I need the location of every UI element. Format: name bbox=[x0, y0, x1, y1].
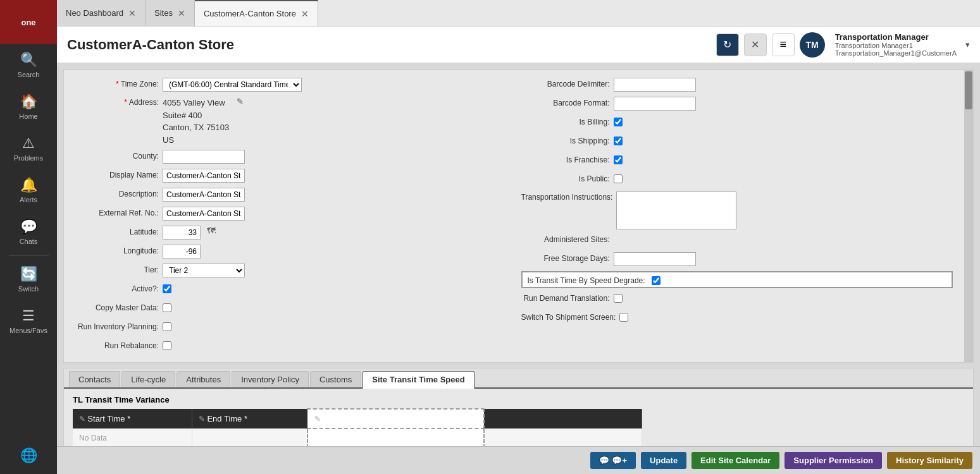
external-ref-input[interactable] bbox=[163, 207, 245, 221]
sidebar-item-chats[interactable]: 💬 Chats bbox=[0, 211, 57, 253]
tab-close-neo-dashboard[interactable]: ✕ bbox=[128, 9, 136, 18]
sidebar-label-problems: Problems bbox=[14, 154, 43, 162]
longitude-label: Longitude: bbox=[70, 245, 159, 255]
chat-button[interactable]: 💬 💬+ bbox=[590, 452, 636, 469]
is-franchise-checkbox[interactable] bbox=[614, 155, 623, 164]
close-button[interactable]: ✕ bbox=[744, 33, 767, 56]
tl-table: ✎ Start Time * ✎ End Time * ✎ Speed Degr… bbox=[73, 408, 642, 446]
barcode-format-label: Barcode Format: bbox=[521, 97, 610, 107]
sidebar: one 🔍 Search 🏠 Home ⚠ Problems 🔔 Alerts … bbox=[0, 0, 57, 474]
active-row: Active?: bbox=[70, 283, 502, 298]
is-shipping-checkbox[interactable] bbox=[614, 137, 623, 145]
edit-col-icon-end[interactable]: ✎ bbox=[199, 415, 205, 423]
is-franchise-row: Is Franchise: bbox=[521, 154, 953, 169]
barcode-format-row: Barcode Format: bbox=[521, 97, 953, 112]
is-billing-row: Is Billing: bbox=[521, 116, 953, 131]
active-checkbox[interactable] bbox=[163, 284, 171, 293]
tab-customs[interactable]: Customs bbox=[310, 371, 361, 387]
description-input[interactable] bbox=[163, 188, 245, 202]
user-role-title: Transportation Manager bbox=[835, 32, 957, 42]
description-label: Description: bbox=[70, 188, 159, 198]
user-dropdown-arrow[interactable]: ▾ bbox=[965, 40, 970, 49]
barcode-delimiter-input[interactable] bbox=[614, 78, 696, 92]
edit-col-icon-speed[interactable]: ✎ bbox=[314, 415, 321, 423]
switch-shipment-checkbox[interactable] bbox=[619, 313, 628, 322]
latitude-row: Latitude: 🗺 bbox=[70, 226, 502, 241]
free-storage-input[interactable] bbox=[614, 252, 696, 266]
table-header-row: ✎ Start Time * ✎ End Time * ✎ Speed Degr… bbox=[73, 409, 642, 428]
sidebar-item-alerts[interactable]: 🔔 Alerts bbox=[0, 169, 57, 211]
tl-transit-section: TL Transit Time Variance ✎ Start Time * … bbox=[64, 389, 973, 446]
sidebar-label-menus: Menus/Favs bbox=[9, 327, 47, 334]
menu-button[interactable]: ≡ bbox=[772, 33, 795, 56]
run-inventory-checkbox[interactable] bbox=[163, 322, 171, 331]
tab-close-customera[interactable]: ✕ bbox=[301, 9, 309, 18]
edit-calendar-button[interactable]: Edit Site Calendar bbox=[692, 452, 779, 469]
administered-sites-row: Administered Sites: bbox=[521, 233, 953, 248]
col-header-start-time: ✎ Start Time * bbox=[73, 409, 192, 428]
is-billing-checkbox[interactable] bbox=[614, 118, 623, 126]
is-public-row: Is Public: bbox=[521, 173, 953, 188]
tab-sites[interactable]: Sites ✕ bbox=[146, 0, 195, 26]
tier-label: Tier: bbox=[70, 264, 159, 274]
run-rebalance-checkbox[interactable] bbox=[163, 341, 171, 350]
sidebar-label-alerts: Alerts bbox=[20, 196, 37, 204]
run-demand-checkbox[interactable] bbox=[614, 294, 623, 303]
tab-customera-canton[interactable]: CustomerA-Canton Store ✕ bbox=[195, 0, 318, 26]
tab-close-sites[interactable]: ✕ bbox=[178, 9, 185, 18]
is-billing-label: Is Billing: bbox=[521, 116, 610, 126]
tab-neo-dashboard[interactable]: Neo Dashboard ✕ bbox=[57, 0, 146, 26]
sidebar-item-menus[interactable]: ☰ Menus/Favs bbox=[0, 300, 57, 342]
sidebar-item-globe[interactable]: 🌐 bbox=[0, 440, 57, 474]
longitude-input[interactable] bbox=[163, 245, 201, 258]
problems-icon: ⚠ bbox=[22, 135, 35, 152]
copy-master-checkbox[interactable] bbox=[163, 303, 171, 312]
user-role: Transportation Manager1 bbox=[835, 42, 957, 49]
run-demand-label: Run Demand Translation: bbox=[521, 292, 610, 303]
time-zone-select[interactable]: (GMT-06:00) Central Standard Time (Ameri… bbox=[163, 78, 302, 92]
external-ref-row: External Ref. No.: bbox=[70, 207, 502, 222]
menus-icon: ☰ bbox=[22, 308, 35, 324]
map-icon[interactable]: 🗺 bbox=[207, 226, 216, 236]
sidebar-divider bbox=[9, 255, 49, 256]
tab-inventory-policy[interactable]: Inventory Policy bbox=[232, 371, 309, 387]
tab-lifecycle[interactable]: Life-cycle bbox=[121, 371, 175, 387]
display-name-input[interactable] bbox=[163, 169, 245, 183]
sidebar-item-search[interactable]: 🔍 Search bbox=[0, 44, 57, 86]
transport-instructions-textarea[interactable] bbox=[616, 191, 736, 229]
chat-icon: 💬 bbox=[599, 456, 609, 465]
switch-shipment-label: Switch To Shipment Screen: bbox=[521, 311, 616, 322]
supplier-permission-button[interactable]: Supplier Permission bbox=[785, 452, 882, 469]
col-header-speed-degrade: ✎ Speed Degrade % * bbox=[307, 409, 483, 428]
tier-row: Tier: Tier 1 Tier 2 Tier 3 bbox=[70, 264, 502, 279]
history-similarity-button[interactable]: History Similarity bbox=[887, 452, 972, 469]
external-ref-label: External Ref. No.: bbox=[70, 207, 159, 217]
sidebar-label-home: Home bbox=[19, 112, 37, 120]
county-input[interactable] bbox=[163, 150, 245, 164]
update-button[interactable]: Update bbox=[641, 452, 686, 469]
user-email: Transportation_Manager1@CustomerA bbox=[835, 49, 957, 57]
page-header: CustomerA-Canton Store ↻ ✕ ≡ TM Transpor… bbox=[57, 27, 980, 63]
no-data-cell-2 bbox=[192, 428, 307, 446]
tab-attributes[interactable]: Attributes bbox=[177, 371, 230, 387]
refresh-button[interactable]: ↻ bbox=[716, 33, 739, 56]
tier-select[interactable]: Tier 1 Tier 2 Tier 3 bbox=[163, 264, 245, 277]
sidebar-item-home[interactable]: 🏠 Home bbox=[0, 86, 57, 128]
address-block: 4055 Valley View Suite# 400 Canton, TX 7… bbox=[163, 97, 229, 146]
is-public-checkbox[interactable] bbox=[614, 174, 623, 183]
edit-col-icon-start[interactable]: ✎ bbox=[79, 415, 85, 423]
latitude-input[interactable] bbox=[163, 226, 201, 240]
run-rebalance-label: Run Rebalance: bbox=[70, 339, 159, 350]
is-transit-checkbox[interactable] bbox=[652, 276, 661, 285]
active-label: Active?: bbox=[70, 283, 159, 293]
barcode-format-input[interactable] bbox=[614, 97, 696, 111]
scroll-indicator[interactable] bbox=[964, 70, 973, 362]
county-row: County: bbox=[70, 150, 502, 165]
form-panel: Time Zone: (GMT-06:00) Central Standard … bbox=[63, 70, 974, 363]
sidebar-item-problems[interactable]: ⚠ Problems bbox=[0, 128, 57, 169]
is-shipping-label: Is Shipping: bbox=[521, 135, 610, 145]
sidebar-item-switch[interactable]: 🔄 Switch bbox=[0, 258, 57, 300]
tab-contacts[interactable]: Contacts bbox=[69, 371, 120, 387]
address-edit-icon[interactable]: ✎ bbox=[237, 97, 244, 106]
tab-site-transit[interactable]: Site Transit Time Speed bbox=[363, 371, 474, 389]
